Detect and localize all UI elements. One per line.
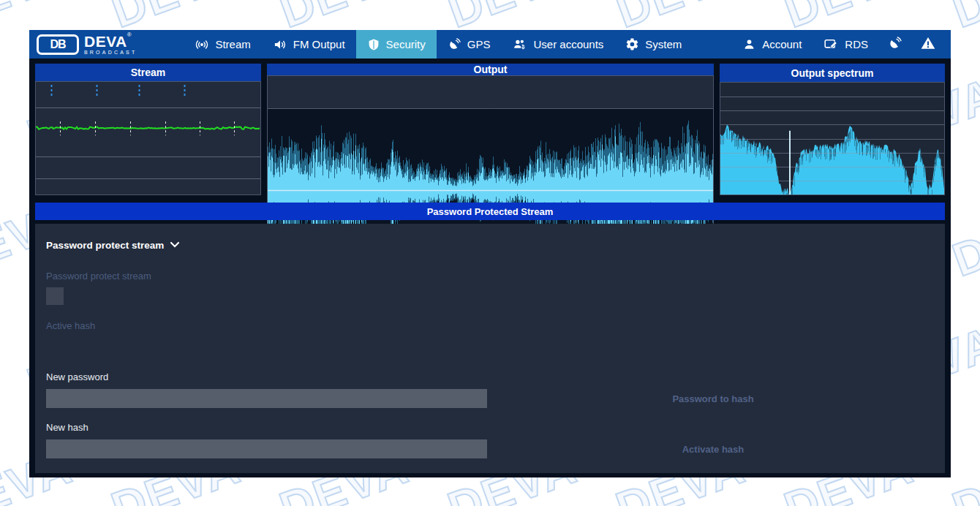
alarm-warning-button[interactable] [911,30,945,58]
edit-icon [823,37,839,52]
output-spectrum-panel: Output spectrum [720,64,945,195]
warning-icon [920,35,936,54]
nav-item-stream[interactable]: Stream [184,30,261,58]
nav-item-fm-output[interactable]: FM Output [262,30,356,58]
deva-logo: DB DEVA ® BROADCAST [37,34,137,55]
brand-subtitle: BROADCAST [84,50,137,55]
output-spectrum-display [720,82,945,195]
stream-panel: Stream [35,64,261,195]
nav-item-system[interactable]: System [614,30,693,58]
registered-mark: ® [127,32,132,38]
new-hash-input[interactable] [46,439,487,458]
password-protected-stream-panel: Password protect stream Password protect… [35,224,945,473]
group-heading-label: Password protect stream [46,240,164,251]
main-menu: Stream FM Output Security [184,30,693,58]
output-spectrum-panel-title: Output spectrum [720,64,945,82]
monitor-panels-row: Stream Output Output spectrum [35,64,945,195]
person-icon [742,37,756,51]
nav-item-account[interactable]: Account [731,30,813,58]
section-title-bar: Password Protected Stream [35,203,945,220]
nav-item-label: Security [386,38,426,50]
nav-item-label: User accounts [533,38,603,50]
gear-icon [625,37,639,51]
nav-item-label: Stream [215,38,250,50]
new-hash-label: New hash [46,422,88,433]
brand-name: DEVA [84,34,127,49]
nav-item-label: Account [762,38,802,50]
password-protect-stream-label: Password protect stream [46,271,151,282]
nav-item-rds[interactable]: RDS [813,30,879,58]
nav-item-label: RDS [845,38,868,50]
output-spectrum-canvas [720,83,944,195]
password-protect-stream-group-toggle[interactable]: Password protect stream [46,240,180,251]
active-hash-label: Active hash [46,320,95,331]
stream-waveform-canvas [36,82,260,195]
stream-panel-title: Stream [35,64,261,81]
output-panel-title: Output [267,64,714,75]
chevron-down-icon [170,240,180,251]
page-background: DEVADEVADEVADEVADEVADEVADEVADEVADEVADEVA… [0,0,980,506]
satellite-status-button[interactable] [879,30,911,58]
password-to-hash-button[interactable]: Password to hash [603,393,823,404]
app-window: DB DEVA ® BROADCAST Stream [29,30,951,477]
output-panel: Output [267,64,714,195]
navbar-right-menu: Account RDS [731,30,945,58]
deva-db-emblem-icon: DB [37,34,79,55]
satellite-icon [448,37,461,51]
nav-item-security[interactable]: Security [356,30,437,58]
nav-item-user-accounts[interactable]: User accounts [501,30,614,58]
activate-hash-button[interactable]: Activate hash [603,444,823,455]
broadcast-icon [195,37,209,52]
nav-item-label: FM Output [293,38,345,50]
speaker-icon [273,37,287,52]
users-icon [512,37,527,52]
nav-item-label: GPS [467,38,491,50]
nav-item-gps[interactable]: GPS [437,30,502,58]
new-password-input[interactable] [46,389,487,408]
nav-item-label: System [645,38,682,50]
top-navbar: DB DEVA ® BROADCAST Stream [29,30,951,58]
new-password-label: New password [46,371,108,382]
shield-icon [367,38,380,51]
stream-waveform-display [35,81,261,195]
satellite-icon [888,36,902,53]
password-protect-checkbox[interactable] [46,287,64,305]
